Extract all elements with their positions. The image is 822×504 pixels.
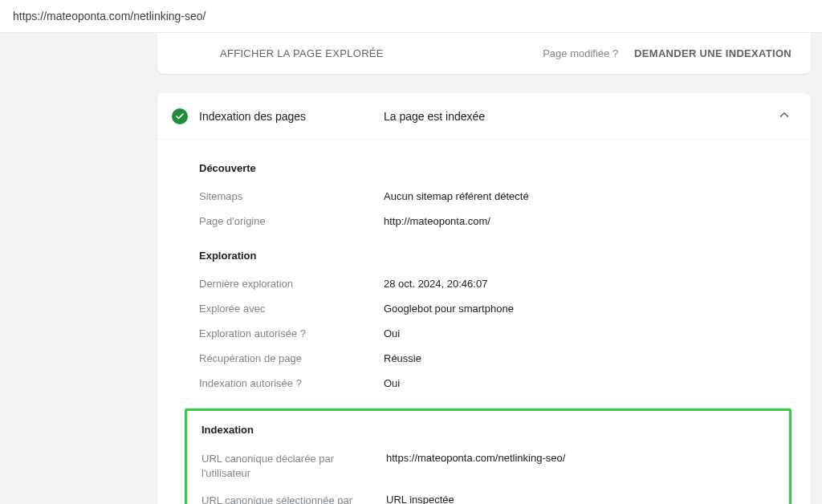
data-row: Sitemaps Aucun sitemap référent détecté [199,184,811,209]
crawl-heading: Exploration [199,234,811,271]
crawled-as-value: Googlebot pour smartphone [384,303,514,315]
data-row: Page d'origine http://mateoponta.com/ [199,209,811,234]
card-body: Découverte Sitemaps Aucun sitemap référe… [157,140,811,504]
google-canonical-label-text: URL canonique sélectionnée par Google [201,494,352,504]
data-row: Récupération de page Réussie [199,346,811,371]
data-row: URL canonique sélectionnée par Google ? … [201,487,789,504]
google-canonical-value: URL inspectée [386,494,454,504]
user-canonical-label: URL canonique déclarée par l'utilisateur [201,452,386,481]
crawl-allowed-value: Oui [384,327,400,339]
data-row: Indexation autorisée ? Oui [199,371,811,396]
content-area: AFFICHER LA PAGE EXPLORÉE Page modifiée … [0,33,822,504]
view-crawled-button[interactable]: AFFICHER LA PAGE EXPLORÉE [177,47,384,59]
indexing-card: Indexation des pages La page est indexée… [157,93,811,504]
index-allowed-label: Indexation autorisée ? [199,377,384,389]
actions-card: AFFICHER LA PAGE EXPLORÉE Page modifiée … [157,33,811,74]
indexing-heading: Indexation [201,424,789,445]
origin-value: http://mateoponta.com/ [384,215,490,227]
crawl-allowed-label: Exploration autorisée ? [199,327,384,339]
last-crawl-label: Dernière exploration [199,278,384,290]
crawled-as-label: Explorée avec [199,303,384,315]
index-allowed-value: Oui [384,377,400,389]
sitemaps-value: Aucun sitemap référent détecté [384,190,529,202]
origin-label: Page d'origine [199,215,384,227]
top-right-actions: Page modifiée ? DEMANDER UNE INDEXATION [543,47,791,59]
card-header[interactable]: Indexation des pages La page est indexée [157,93,811,140]
discovery-heading: Découverte [199,154,811,184]
card-title: Indexation des pages [199,110,384,123]
page-modified-label: Page modifiée ? [543,47,618,59]
data-row: URL canonique déclarée par l'utilisateur… [201,445,789,487]
data-row: Exploration autorisée ? Oui [199,321,811,346]
sitemaps-label: Sitemaps [199,190,384,202]
card-status: La page est indexée [384,110,485,123]
data-row: Explorée avec Googlebot pour smartphone [199,296,811,321]
page-fetch-label: Récupération de page [199,352,384,364]
data-row: Dernière exploration 28 oct. 2024, 20:46… [199,271,811,296]
chevron-up-icon [777,108,791,124]
google-canonical-label: URL canonique sélectionnée par Google ? [201,494,386,504]
user-canonical-value: https://mateoponta.com/netlinking-seo/ [386,452,565,481]
last-crawl-value: 28 oct. 2024, 20:46:07 [384,278,487,290]
indexation-highlighted-section: Indexation URL canonique déclarée par l'… [185,408,791,504]
request-indexing-button[interactable]: DEMANDER UNE INDEXATION [634,47,791,59]
check-circle-icon [172,108,188,124]
url-display: https://mateoponta.com/netlinking-seo/ [0,0,822,33]
page-fetch-value: Réussie [384,352,421,364]
